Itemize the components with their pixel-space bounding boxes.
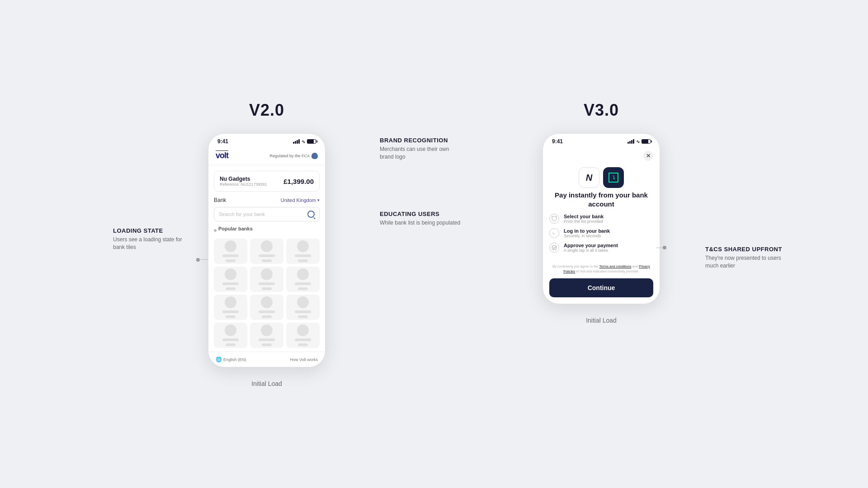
bank-search-box[interactable]: Search for your bank bbox=[214, 207, 320, 221]
merchant-logo: N bbox=[579, 167, 599, 188]
step3-text: Approve your payment A single tap is all… bbox=[564, 243, 618, 253]
bank-tile[interactable] bbox=[214, 323, 247, 348]
v3-title: V3.0 bbox=[584, 101, 619, 120]
bank-row: Bank United Kingdom ▾ bbox=[214, 197, 320, 203]
step3-title: Approve your payment bbox=[564, 243, 618, 248]
chevron-down-icon: ▾ bbox=[317, 198, 320, 202]
v3-signal-icon bbox=[627, 139, 634, 144]
popular-banks-label: Popular banks bbox=[218, 226, 253, 231]
popular-banks-row: Popular banks bbox=[214, 226, 320, 235]
shield-icon bbox=[311, 153, 318, 159]
v2-footer: 🌐 English (EN) How Volt works bbox=[208, 352, 325, 367]
bank-tile[interactable] bbox=[286, 323, 320, 348]
terms-text: By continuing you agree to the Terms and… bbox=[543, 262, 660, 278]
bank-tile[interactable] bbox=[286, 239, 320, 264]
globe-icon: 🌐 bbox=[216, 357, 222, 362]
country-label: United Kingdom bbox=[281, 197, 316, 203]
svg-text:∿: ∿ bbox=[552, 231, 555, 235]
banks-grid bbox=[214, 239, 320, 352]
v2-phone: 9:41 ∿ volt bbox=[208, 133, 326, 367]
country-selector[interactable]: United Kingdom ▾ bbox=[281, 197, 320, 203]
search-placeholder: Search for your bank bbox=[219, 211, 304, 217]
step2-icon: ∿ bbox=[549, 228, 559, 238]
v3-time: 9:41 bbox=[552, 138, 563, 145]
step1-subtitle: From the list provided bbox=[564, 219, 604, 224]
step1-icon bbox=[549, 214, 559, 224]
v2-signal-icon bbox=[293, 139, 300, 144]
v2-time: 9:41 bbox=[217, 138, 228, 145]
order-amount: £1,399.00 bbox=[283, 178, 314, 185]
popular-dot bbox=[214, 229, 217, 232]
v3-caption: Initial Load bbox=[586, 317, 617, 324]
order-card: Nu Gadgets Reference: NU121739391 £1,399… bbox=[214, 171, 320, 192]
step-login: ∿ Log in to your bank Securely, in secon… bbox=[549, 228, 653, 238]
v2-caption: Initial Load bbox=[251, 380, 282, 387]
step2-title: Log in to your bank bbox=[564, 228, 610, 234]
v2-status-bar: 9:41 ∿ bbox=[208, 134, 325, 147]
bank-tile[interactable] bbox=[214, 267, 247, 292]
bank-section: Bank United Kingdom ▾ Search for your ba… bbox=[208, 197, 325, 352]
v3-status-bar: 9:41 ∿ bbox=[543, 134, 660, 147]
bank-tile[interactable] bbox=[250, 323, 283, 348]
brand-row: N ⤵ bbox=[543, 163, 660, 191]
bank-tile[interactable] bbox=[250, 295, 283, 320]
v2-status-icons: ∿ bbox=[293, 139, 316, 144]
order-info: Nu Gadgets Reference: NU121739391 bbox=[220, 176, 267, 187]
step3-icon bbox=[549, 243, 559, 253]
v3-battery-icon bbox=[642, 139, 651, 144]
bank-label: Bank bbox=[214, 197, 226, 203]
bank-tile[interactable] bbox=[250, 239, 283, 264]
order-name: Nu Gadgets bbox=[220, 176, 267, 182]
bank-tile[interactable] bbox=[214, 295, 247, 320]
loading-annotation: LOADING STATE Users see a loading state … bbox=[113, 227, 194, 251]
v3-column: V3.0 9:41 ∿ bbox=[542, 101, 660, 324]
loading-dot bbox=[196, 258, 200, 262]
how-volt-link[interactable]: How Volt works bbox=[290, 357, 318, 362]
step-select-bank: Select your bank From the list provided bbox=[549, 214, 653, 224]
tcs-dot bbox=[663, 246, 666, 249]
search-icon bbox=[307, 211, 315, 218]
bank-tile[interactable] bbox=[286, 295, 320, 320]
v2-title: V2.0 bbox=[249, 101, 284, 120]
step1-text: Select your bank From the list provided bbox=[564, 214, 604, 224]
volt-logo-v3: ⤵ bbox=[603, 167, 624, 188]
loading-line bbox=[198, 259, 208, 260]
order-reference: Reference: NU121739391 bbox=[220, 182, 267, 187]
middle-annotations: BRAND RECOGNITION Merchants can use thei… bbox=[380, 101, 488, 226]
v3-phone: 9:41 ∿ ✕ bbox=[542, 133, 660, 304]
close-row: ✕ bbox=[543, 147, 660, 163]
page-wrapper: V2.0 LOADING STATE Users see a loading s… bbox=[0, 0, 868, 488]
v2-header: volt Regulated by the FCA bbox=[208, 147, 325, 165]
bank-tile[interactable] bbox=[214, 239, 247, 264]
v2-column: V2.0 LOADING STATE Users see a loading s… bbox=[208, 101, 326, 387]
bank-tile[interactable] bbox=[250, 267, 283, 292]
v3-status-icons: ∿ bbox=[627, 139, 651, 144]
tcs-annotation: T&CS SHARED UPFRONT They're now presente… bbox=[705, 246, 787, 270]
educating-users-annotation: EDUCATING USERS While bank list is being… bbox=[380, 211, 460, 227]
regulated-label: Regulated by the FCA bbox=[269, 153, 318, 159]
continue-button[interactable]: Continue bbox=[549, 278, 653, 297]
volt-v-icon: ⤵ bbox=[609, 173, 618, 183]
v3-headline: Pay instantly from your bank account bbox=[543, 191, 660, 214]
v2-wifi-icon: ∿ bbox=[302, 139, 305, 144]
brand-recognition-annotation: BRAND RECOGNITION Merchants can use thei… bbox=[380, 137, 461, 161]
steps-list: Select your bank From the list provided … bbox=[543, 214, 660, 262]
step1-title: Select your bank bbox=[564, 214, 604, 219]
volt-logo-v2: volt bbox=[216, 151, 228, 160]
bank-tile[interactable] bbox=[286, 267, 320, 292]
step-approve: Approve your payment A single tap is all… bbox=[549, 243, 653, 253]
volt-chevron-icon: ⤵ bbox=[613, 175, 615, 180]
language-label: English (EN) bbox=[223, 357, 246, 362]
svg-point-1 bbox=[552, 245, 557, 250]
terms-link[interactable]: Terms and conditions bbox=[599, 264, 632, 268]
v3-wifi-icon: ∿ bbox=[636, 139, 640, 144]
step2-text: Log in to your bank Securely, in seconds bbox=[564, 228, 610, 238]
language-selector[interactable]: 🌐 English (EN) bbox=[216, 357, 246, 362]
step3-subtitle: A single tap is all it takes bbox=[564, 248, 618, 253]
versions-row: V2.0 LOADING STATE Users see a loading s… bbox=[208, 101, 660, 387]
step2-subtitle: Securely, in seconds bbox=[564, 234, 610, 238]
v2-battery-icon bbox=[307, 139, 316, 144]
close-button[interactable]: ✕ bbox=[643, 151, 653, 161]
